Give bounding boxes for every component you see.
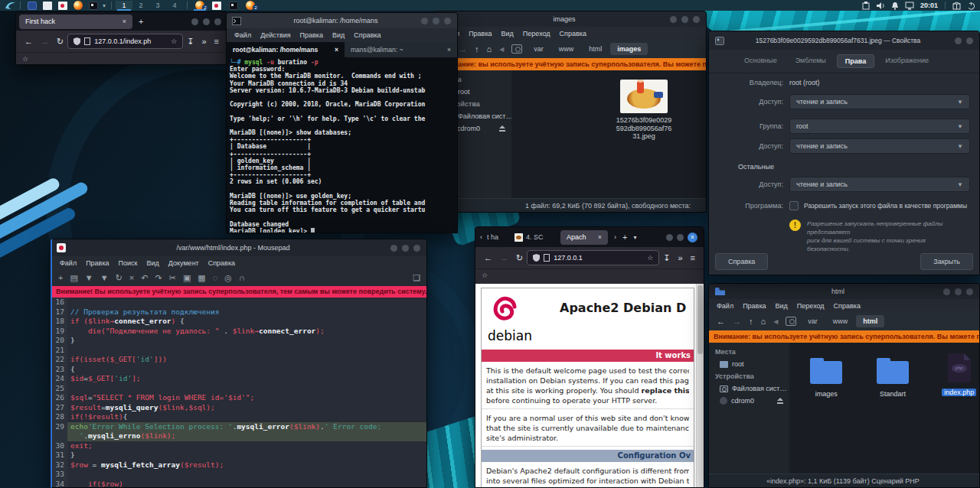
bookmark-star-icon[interactable]: ☆ <box>647 254 653 262</box>
breadcrumb-www[interactable]: www <box>552 43 581 55</box>
clipboard-icon[interactable] <box>862 2 870 10</box>
kali-logo-icon[interactable] <box>5 1 16 10</box>
titlebar[interactable]: /var/www/html/index.php - Mousepad <box>52 239 426 256</box>
paste-icon[interactable]: ▦ <box>198 273 205 283</box>
group-access-dropdown[interactable]: чтение и запись▼ <box>789 138 970 154</box>
window-controls[interactable] <box>390 245 426 252</box>
bookmark-star-icon[interactable]: ☆ <box>171 37 177 45</box>
eject-icon[interactable] <box>499 125 505 129</box>
search-icon[interactable]: ◌ <box>213 273 218 282</box>
taskbar-firefox-window-2[interactable]: 2 <box>242 1 259 10</box>
home-button[interactable]: ⌂ <box>484 44 495 54</box>
menu-view[interactable]: Вид <box>776 302 788 310</box>
titlebar[interactable]: images <box>435 11 706 27</box>
redo-icon[interactable]: ↷ <box>155 273 162 283</box>
folder-item-images[interactable]: images <box>806 361 847 398</box>
workspace-1[interactable]: 1 <box>116 1 132 10</box>
sidebar-item-root[interactable]: root <box>709 358 789 370</box>
clock[interactable]: 20:01 <box>920 2 938 9</box>
open-file-icon[interactable]: ▤ <box>70 273 77 283</box>
undo-icon[interactable]: ↶ <box>141 273 148 283</box>
url-bar[interactable]: 127.0.0.1/index.ph ☆ <box>67 34 183 49</box>
scrollbar-thumb[interactable] <box>697 285 703 354</box>
code-editor[interactable]: 1617// Проверка результата подключения18… <box>52 298 426 487</box>
titlebar[interactable]: 15276b3f09e0029592db899056af7631.jpeg — … <box>709 31 979 50</box>
tab-close-icon[interactable]: × <box>447 46 451 54</box>
up-button[interactable]: ↑ <box>746 317 756 326</box>
menu-help[interactable]: Справка <box>354 31 381 39</box>
forward-button[interactable]: → <box>730 317 744 326</box>
workspace-4[interactable]: 4 <box>166 1 183 10</box>
tab-close-icon[interactable]: × <box>122 18 126 25</box>
file-item-jpeg[interactable]: 15276b3f09e0029 592db899056af76 31.jpeg <box>602 80 686 141</box>
import-bookmarks-icon[interactable]: ☆ <box>22 55 28 63</box>
menu-edit[interactable]: Правка <box>300 31 323 39</box>
reload-button[interactable]: ↻ <box>57 37 64 47</box>
cut-icon[interactable]: ✂ <box>169 273 176 283</box>
back-button[interactable]: ← <box>24 37 33 46</box>
new-tab-button[interactable]: + <box>622 233 627 242</box>
taskbar-terminal-window[interactable] <box>225 2 242 10</box>
close-window-icon[interactable]: × <box>688 233 697 242</box>
menu-help[interactable]: Справка <box>834 302 861 310</box>
launcher-dropdown-caret-icon[interactable]: ▾ <box>103 2 106 9</box>
launcher-terminal-icon[interactable] <box>28 2 37 10</box>
downloads-icon[interactable]: ↧ <box>663 253 670 263</box>
url-bar[interactable]: 127.0.0.1 ☆ <box>527 250 659 265</box>
tab-scroll-left-icon[interactable]: ‹ <box>480 233 482 241</box>
menu-view[interactable]: Вид <box>332 31 345 39</box>
terminal-tab-root[interactable]: root@kaliman: /home/mans × <box>227 42 345 57</box>
tab-sc[interactable]: 4. SC <box>514 233 554 242</box>
back-button[interactable]: ← <box>484 253 492 262</box>
tab-first-hack[interactable]: First hack × <box>19 15 132 29</box>
window-controls[interactable] <box>670 16 706 23</box>
sidebar-item-cdrom[interactable]: cdrom0 <box>709 395 789 407</box>
tab-close-icon[interactable]: × <box>598 233 602 241</box>
eject-icon[interactable] <box>777 398 783 401</box>
tab-emblems[interactable]: Эмблемы <box>788 54 834 68</box>
filesystem-icon[interactable] <box>511 44 522 54</box>
overflow-chevrons-icon[interactable]: » <box>201 37 206 46</box>
window-controls[interactable] <box>943 288 979 295</box>
executable-checkbox[interactable] <box>789 201 799 210</box>
titlebar[interactable]: html <box>709 284 979 299</box>
scrollbar[interactable] <box>696 284 704 487</box>
back-button[interactable]: ← <box>714 317 728 326</box>
notifications-bell-icon[interactable] <box>891 2 899 10</box>
taskbar-firefox-window[interactable]: 2 <box>191 1 208 10</box>
menu-view[interactable]: Вид <box>501 30 514 37</box>
home-button[interactable]: ⌂ <box>758 317 769 326</box>
search-replace-icon[interactable]: ◎ <box>224 273 232 283</box>
save-icon[interactable]: ▼ <box>85 273 93 282</box>
tab-apache[interactable]: Apach × <box>560 230 608 245</box>
others-access-dropdown[interactable]: чтение и запись▼ <box>789 177 970 192</box>
up-button[interactable]: ↑ <box>472 44 482 54</box>
power-icon[interactable] <box>967 2 975 10</box>
launcher-mousepad-icon[interactable] <box>58 2 67 10</box>
terminal-output[interactable]: └─# mysql -u buratino -p Enter password:… <box>227 57 457 233</box>
breadcrumb-images[interactable]: images <box>610 43 648 55</box>
forward-button[interactable]: → <box>41 37 49 46</box>
import-bookmarks-icon[interactable]: ☆ <box>482 272 488 279</box>
menu-file[interactable]: Файл <box>234 31 251 39</box>
tab-close-icon[interactable]: × <box>335 46 338 54</box>
launcher-firefox-icon[interactable] <box>74 1 83 10</box>
breadcrumb-var[interactable]: var <box>527 43 550 55</box>
executable-checkbox-label[interactable]: Разрешить запуск этого файла в качестве … <box>804 202 967 210</box>
menu-go[interactable]: Переход <box>523 30 550 37</box>
menu-help[interactable]: Справка <box>208 259 235 267</box>
overflow-chevrons-icon[interactable]: » <box>678 253 682 262</box>
volume-icon[interactable] <box>876 2 885 10</box>
breadcrumb-html[interactable]: html <box>582 43 609 55</box>
reload-icon[interactable]: ↻ <box>116 273 122 283</box>
launcher-screenshot-icon[interactable] <box>89 2 98 10</box>
file-list[interactable]: images Standart php index.php <box>789 343 979 473</box>
breadcrumb-var[interactable]: var <box>801 315 825 327</box>
goto-icon[interactable]: ∩ <box>239 273 245 282</box>
help-button[interactable]: Справка <box>715 253 768 270</box>
fullscreen-icon[interactable]: ❏ <box>413 273 420 283</box>
tab-permissions[interactable]: Права <box>837 54 874 68</box>
menu-view[interactable]: Вид <box>147 259 159 267</box>
menu-hamburger-icon[interactable]: ≡ <box>214 37 219 46</box>
tab-scroll-right-icon[interactable]: › <box>614 233 616 241</box>
